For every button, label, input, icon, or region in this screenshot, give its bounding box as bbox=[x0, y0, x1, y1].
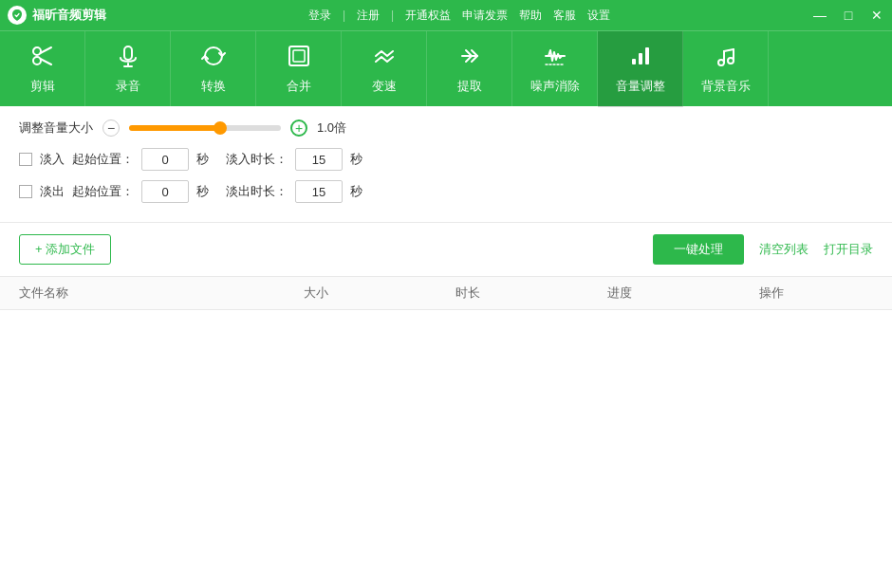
titlebar-left: 福昕音频剪辑 bbox=[8, 6, 106, 25]
fade-out-checkbox[interactable] bbox=[19, 185, 32, 198]
add-file-button[interactable]: + 添加文件 bbox=[19, 234, 111, 265]
volume-slider[interactable] bbox=[129, 125, 281, 131]
fade-in-start-label: 起始位置： bbox=[72, 151, 134, 168]
nav-login[interactable]: 登录 bbox=[308, 8, 331, 24]
extract-icon bbox=[457, 44, 482, 72]
tool-denoise[interactable]: 噪声消除 bbox=[512, 31, 598, 107]
minimize-button[interactable]: — bbox=[812, 9, 827, 22]
tool-record-label: 录音 bbox=[116, 78, 140, 95]
fade-out-row: 淡出 起始位置： 秒 淡出时长： 秒 bbox=[19, 180, 873, 203]
svg-rect-13 bbox=[639, 53, 642, 64]
col-action-header: 操作 bbox=[759, 285, 873, 302]
tool-convert-label: 转换 bbox=[201, 78, 226, 95]
tool-merge-label: 合并 bbox=[287, 78, 311, 95]
svg-rect-7 bbox=[289, 46, 308, 65]
tool-speed[interactable]: 变速 bbox=[342, 31, 427, 107]
volume-decrease-button[interactable]: − bbox=[102, 119, 120, 137]
svg-rect-8 bbox=[293, 50, 305, 62]
volume-value: 1.0倍 bbox=[317, 119, 346, 137]
fade-out-label: 淡出 bbox=[40, 183, 65, 200]
scissors-icon bbox=[30, 44, 55, 72]
fade-in-start-input[interactable] bbox=[141, 148, 189, 171]
fade-in-start-unit: 秒 bbox=[196, 151, 209, 168]
fade-out-start-label: 起始位置： bbox=[72, 183, 134, 200]
app-title: 福昕音频剪辑 bbox=[32, 7, 106, 24]
titlebar: 福昕音频剪辑 登录 | 注册 | 开通权益 申请发票 帮助 客服 设置 — □ … bbox=[0, 0, 892, 30]
svg-point-1 bbox=[33, 57, 41, 64]
tool-record[interactable]: 录音 bbox=[85, 31, 171, 107]
app-logo bbox=[8, 6, 27, 25]
tool-extract[interactable]: 提取 bbox=[427, 31, 512, 107]
titlebar-controls: — □ ✕ bbox=[812, 9, 884, 22]
process-button[interactable]: 一键处理 bbox=[653, 234, 744, 265]
volume-row: 调整音量大小 − + 1.0倍 bbox=[19, 119, 873, 137]
close-button[interactable]: ✕ bbox=[869, 9, 884, 22]
clear-list-link[interactable]: 清空列表 bbox=[759, 241, 808, 258]
tool-cut[interactable]: 剪辑 bbox=[0, 31, 85, 107]
svg-line-2 bbox=[40, 47, 51, 53]
file-list-header: 文件名称 大小 时长 进度 操作 bbox=[0, 277, 892, 310]
fade-out-duration-label: 淡出时长： bbox=[226, 183, 288, 200]
tool-speed-label: 变速 bbox=[372, 78, 397, 95]
titlebar-nav: 登录 | 注册 | 开通权益 申请发票 帮助 客服 设置 bbox=[308, 8, 610, 24]
volume-label: 调整音量大小 bbox=[19, 119, 93, 137]
action-row: + 添加文件 一键处理 清空列表 打开目录 bbox=[0, 223, 892, 277]
col-progress-header: 进度 bbox=[607, 285, 759, 302]
tool-cut-label: 剪辑 bbox=[30, 78, 55, 95]
col-duration-header: 时长 bbox=[455, 285, 607, 302]
svg-rect-4 bbox=[124, 46, 132, 60]
nav-rights[interactable]: 开通权益 bbox=[405, 8, 451, 24]
svg-line-19 bbox=[724, 49, 734, 51]
volume-icon bbox=[628, 44, 653, 72]
nav-help[interactable]: 帮助 bbox=[519, 8, 542, 24]
volume-increase-button[interactable]: + bbox=[290, 119, 307, 137]
tool-bgm[interactable]: 背景音乐 bbox=[683, 31, 769, 107]
fade-out-start-input[interactable] bbox=[141, 180, 189, 203]
svg-rect-12 bbox=[632, 59, 636, 64]
tool-volume[interactable]: 音量调整 bbox=[598, 31, 683, 107]
speed-icon bbox=[372, 44, 397, 72]
tool-volume-label: 音量调整 bbox=[616, 78, 665, 95]
action-right: 一键处理 清空列表 打开目录 bbox=[653, 234, 873, 265]
tool-convert[interactable]: 转换 bbox=[171, 31, 256, 107]
nav-sep1: | bbox=[343, 9, 345, 22]
main-content: 调整音量大小 − + 1.0倍 淡入 起始位置： 秒 淡入时长： 秒 淡出 起始… bbox=[0, 106, 892, 588]
fade-in-checkbox[interactable] bbox=[19, 153, 32, 166]
svg-line-3 bbox=[40, 59, 51, 64]
convert-icon bbox=[201, 44, 226, 72]
fade-out-duration-unit: 秒 bbox=[350, 183, 362, 200]
nav-invoice[interactable]: 申请发票 bbox=[462, 8, 508, 24]
nav-support[interactable]: 客服 bbox=[553, 8, 576, 24]
maximize-button[interactable]: □ bbox=[841, 9, 856, 22]
fade-in-duration-input[interactable] bbox=[295, 148, 343, 171]
merge-icon bbox=[287, 44, 311, 72]
nav-settings[interactable]: 设置 bbox=[587, 8, 610, 24]
nav-register[interactable]: 注册 bbox=[357, 8, 380, 24]
col-name-header: 文件名称 bbox=[19, 285, 304, 302]
fade-in-duration-unit: 秒 bbox=[350, 151, 362, 168]
fade-in-row: 淡入 起始位置： 秒 淡入时长： 秒 bbox=[19, 148, 873, 171]
open-dir-link[interactable]: 打开目录 bbox=[824, 241, 873, 258]
svg-rect-14 bbox=[645, 47, 649, 64]
fade-out-start-unit: 秒 bbox=[196, 183, 209, 200]
tool-denoise-label: 噪声消除 bbox=[530, 78, 580, 95]
bgm-icon bbox=[714, 44, 738, 72]
denoise-icon bbox=[543, 44, 567, 72]
mic-icon bbox=[116, 44, 140, 72]
tool-extract-label: 提取 bbox=[457, 78, 482, 95]
fade-in-duration-label: 淡入时长： bbox=[226, 151, 288, 168]
toolbar: 剪辑 录音 转换 bbox=[0, 30, 892, 106]
nav-sep2: | bbox=[391, 9, 394, 22]
tool-merge[interactable]: 合并 bbox=[256, 31, 342, 107]
fade-out-duration-input[interactable] bbox=[295, 180, 343, 203]
fade-in-label: 淡入 bbox=[40, 151, 65, 168]
col-size-header: 大小 bbox=[304, 285, 455, 302]
tool-bgm-label: 背景音乐 bbox=[701, 78, 751, 95]
controls-panel: 调整音量大小 − + 1.0倍 淡入 起始位置： 秒 淡入时长： 秒 淡出 起始… bbox=[0, 106, 892, 223]
svg-point-0 bbox=[33, 47, 41, 55]
volume-thumb[interactable] bbox=[214, 121, 227, 135]
